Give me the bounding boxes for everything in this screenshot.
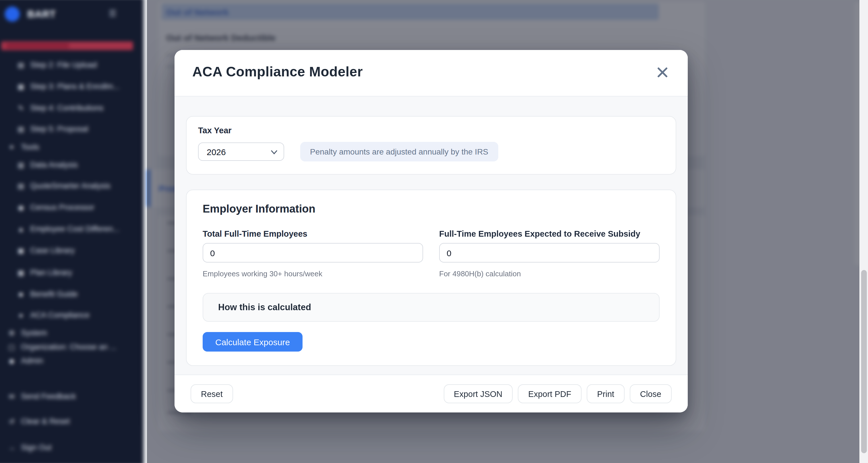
reset-button[interactable]: Reset: [191, 384, 233, 403]
employer-information-card: Employer Information Total Full-Time Emp…: [186, 190, 676, 366]
penalty-note: Penalty amounts are adjusted annually by…: [300, 142, 498, 162]
aca-compliance-modal: ACA Compliance Modeler Tax Year 2026 Pen…: [175, 50, 688, 412]
app-logo-text: BART: [27, 9, 56, 20]
sidebar-item-organization[interactable]: ▢ Organization: Choose an ...: [7, 343, 116, 351]
sidebar-item-data-analysis[interactable]: ▥ Data Analysis: [17, 161, 78, 169]
app-viewport: Out of Network Out of Network Deductible…: [0, 0, 868, 463]
close-button[interactable]: Close: [630, 384, 672, 403]
app-logo-icon: [5, 7, 20, 22]
sidebar-item-employee-cost-diff[interactable]: ▲ Employee Cost Differen...: [17, 225, 119, 233]
sign-out-icon: →: [7, 443, 16, 452]
data-analysis-icon: ▥: [17, 161, 25, 169]
export-json-button[interactable]: Export JSON: [443, 384, 513, 403]
sidebar-item-aca-compliance[interactable]: ● ACA Compliance: [17, 311, 90, 319]
case-library-icon: ▣: [17, 247, 25, 255]
census-icon: ◉: [17, 203, 25, 211]
total-fte-helper: Employees working 30+ hours/week: [203, 269, 423, 278]
tax-year-select[interactable]: 2026: [198, 142, 284, 161]
sidebar-item-step3-plans[interactable]: ▦ Step 3: Plans & Enrollm...: [17, 82, 120, 91]
sidebar-item-admin[interactable]: ◆ Admin: [7, 356, 43, 365]
sidebar-section-tools[interactable]: ✦ Tools: [7, 142, 39, 151]
alert-banner-text: [6, 43, 69, 48]
sidebar-item-quotesmarter-analysis[interactable]: ▤ QuoteSmarter Analysis: [17, 181, 111, 190]
subsidy-fte-input[interactable]: [439, 243, 660, 262]
sidebar-item-plan-library[interactable]: ▦ Plan Library: [17, 268, 72, 277]
sidebar-item-benefit-guide[interactable]: ■ Benefit Guide: [17, 290, 78, 298]
contributions-icon: ✎: [17, 104, 25, 112]
gear-icon: ⚙: [7, 329, 16, 337]
modal-title: ACA Compliance Modeler: [192, 64, 363, 80]
total-fte-label: Total Full-Time Employees: [203, 229, 423, 238]
proposal-icon: ▤: [17, 125, 25, 133]
sidebar-collapse-icon[interactable]: ☰: [109, 8, 117, 19]
modal-footer: Reset Export JSON Export PDF Print Close: [175, 375, 688, 412]
sidebar-item-case-library[interactable]: ▣ Case Library: [17, 246, 74, 255]
how-calculated-expander[interactable]: How this is calculated: [203, 293, 660, 322]
tax-year-card: Tax Year 2026 Penalty amounts are adjust…: [186, 116, 676, 175]
sidebar-item-step5-proposal[interactable]: ▤ Step 5: Proposal: [17, 125, 88, 133]
print-button[interactable]: Print: [587, 384, 625, 403]
alert-banner: [1, 41, 133, 50]
close-icon[interactable]: [656, 65, 670, 79]
cost-diff-icon: ▲: [17, 225, 25, 233]
sidebar-item-send-feedback[interactable]: ✉ Send Feedback: [7, 392, 76, 401]
tools-icon: ✦: [7, 143, 16, 151]
sidebar-item-step4-contributions[interactable]: ✎ Step 4: Contributions: [17, 104, 104, 112]
plan-library-icon: ▦: [17, 268, 25, 277]
total-fte-input[interactable]: [203, 243, 423, 262]
benefit-guide-icon: ■: [17, 290, 25, 298]
tax-year-label: Tax Year: [198, 126, 664, 135]
calculate-exposure-button[interactable]: Calculate Exposure: [203, 332, 303, 352]
reset-icon: ↺: [7, 417, 16, 425]
admin-icon: ◆: [7, 357, 16, 365]
export-pdf-button[interactable]: Export PDF: [518, 384, 582, 403]
page-scrollbar[interactable]: [859, 0, 868, 463]
subsidy-fte-helper: For 4980H(b) calculation: [439, 269, 660, 278]
feedback-icon: ✉: [7, 392, 16, 400]
plans-icon: ▦: [17, 82, 25, 90]
sidebar-item-sign-out[interactable]: → Sign Out: [7, 443, 51, 452]
scrollbar-thumb[interactable]: [861, 270, 867, 453]
sidebar-item-clear-reset[interactable]: ↺ Clear & Reset: [7, 417, 70, 426]
sidebar: BART ☰ ▤ Step 2: File Upload ▦ Step 3: P…: [0, 0, 144, 463]
quote-analysis-icon: ▤: [17, 182, 25, 190]
file-upload-icon: ▤: [17, 61, 25, 69]
sidebar-item-step2-file-upload[interactable]: ▤ Step 2: File Upload: [17, 61, 97, 69]
aca-compliance-icon: ●: [17, 311, 25, 319]
chevron-down-icon: [271, 150, 277, 154]
sidebar-item-census-processor[interactable]: ◉ Census Processor: [17, 203, 94, 212]
organization-icon: ▢: [7, 343, 16, 351]
modal-header: ACA Compliance Modeler: [175, 50, 688, 96]
modal-body: Tax Year 2026 Penalty amounts are adjust…: [175, 96, 688, 375]
subsidy-fte-label: Full-Time Employees Expected to Receive …: [439, 229, 660, 238]
sidebar-item-system[interactable]: ⚙ System: [7, 328, 47, 337]
employer-information-heading: Employer Information: [203, 203, 660, 215]
